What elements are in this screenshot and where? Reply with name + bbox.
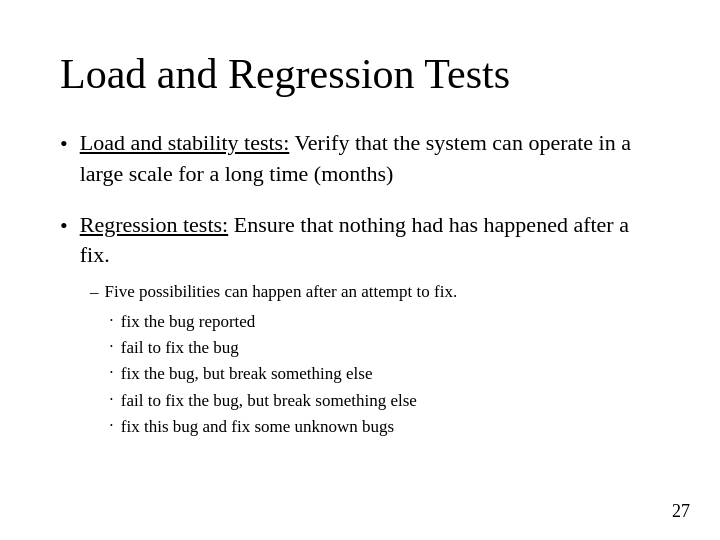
- dash-symbol: –: [90, 279, 99, 305]
- page-number: 27: [672, 501, 690, 522]
- bullet-2-label-underline: Regression tests:: [80, 212, 229, 237]
- sub-bullet-3-dot: •: [110, 367, 113, 379]
- sub-bullet-4-text: fail to fix the bug, but break something…: [121, 388, 417, 414]
- slide-title: Load and Regression Tests: [60, 50, 660, 98]
- sub-bullet-1: • fix the bug reported: [110, 309, 457, 335]
- bullet-1: • Load and stability tests: Verify that …: [60, 128, 660, 190]
- sub-bullet-1-dot: •: [110, 315, 113, 327]
- sub-bullet-5: • fix this bug and fix some unknown bugs: [110, 414, 457, 440]
- sub-bullet-1-text: fix the bug reported: [121, 309, 256, 335]
- dash-text: Five possibilities can happen after an a…: [105, 279, 458, 305]
- sub-bullet-2-text: fail to fix the bug: [121, 335, 239, 361]
- sub-bullet-3: • fix the bug, but break something else: [110, 361, 457, 387]
- bullet-1-dot: •: [60, 129, 68, 160]
- bullet-1-label-underline: Load and stability tests:: [80, 130, 290, 155]
- bullet-1-text: Load and stability tests: Verify that th…: [80, 128, 660, 190]
- slide: Load and Regression Tests • Load and sta…: [0, 0, 720, 540]
- sub-bullet-4-dot: •: [110, 394, 113, 406]
- sub-bullet-5-text: fix this bug and fix some unknown bugs: [121, 414, 394, 440]
- bullet-2-header: • Regression tests: Ensure that nothing …: [60, 210, 660, 272]
- sub-section: – Five possibilities can happen after an…: [60, 279, 457, 440]
- sub-bullet-2-dot: •: [110, 341, 113, 353]
- bullet-2-text: Regression tests: Ensure that nothing ha…: [80, 210, 660, 272]
- sub-bullet-2: • fail to fix the bug: [110, 335, 457, 361]
- sub-bullets-list: • fix the bug reported • fail to fix the…: [90, 309, 457, 441]
- sub-bullet-3-text: fix the bug, but break something else: [121, 361, 373, 387]
- content-area: • Load and stability tests: Verify that …: [60, 128, 660, 510]
- dash-item: – Five possibilities can happen after an…: [90, 279, 457, 305]
- bullet-2-dot: •: [60, 211, 68, 272]
- bullet-2: • Regression tests: Ensure that nothing …: [60, 210, 660, 441]
- sub-bullet-5-dot: •: [110, 420, 113, 432]
- sub-bullet-4: • fail to fix the bug, but break somethi…: [110, 388, 457, 414]
